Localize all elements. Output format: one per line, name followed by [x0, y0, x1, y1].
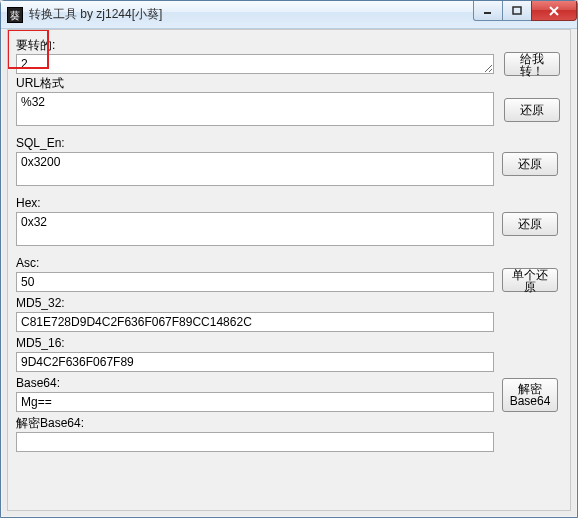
minimize-button[interactable]: [473, 1, 503, 21]
titlebar[interactable]: 葵 转换工具 by zj1244[小葵]: [1, 1, 577, 29]
label-hex: Hex:: [16, 196, 494, 210]
decrypt-base64-button[interactable]: 解密 Base64: [502, 378, 558, 412]
window-controls: [474, 1, 577, 21]
convert-button[interactable]: 给我转！: [504, 52, 560, 76]
restore-sql-button[interactable]: 还原: [502, 152, 558, 176]
input-field[interactable]: [16, 54, 494, 74]
label-sql-en: SQL_En:: [16, 136, 494, 150]
restore-url-button[interactable]: 还原: [504, 98, 560, 122]
svg-rect-1: [513, 7, 521, 14]
app-window: 葵 转换工具 by zj1244[小葵] 要转的: URL格式 给我转！: [0, 0, 578, 518]
decode-base64-field[interactable]: [16, 432, 494, 452]
label-asc: Asc:: [16, 256, 494, 270]
svg-line-3: [550, 7, 558, 15]
svg-line-2: [550, 7, 558, 15]
maximize-button[interactable]: [502, 1, 532, 21]
base64-field[interactable]: [16, 392, 494, 412]
app-icon: 葵: [7, 7, 23, 23]
sql-en-field[interactable]: [16, 152, 494, 186]
client-area: 要转的: URL格式 给我转！ 还原 SQL_En: 还原: [7, 29, 571, 511]
restore-hex-button[interactable]: 还原: [502, 212, 558, 236]
asc-field[interactable]: [16, 272, 494, 292]
label-input: 要转的:: [16, 38, 494, 52]
md5-32-field[interactable]: [16, 312, 494, 332]
md5-16-field[interactable]: [16, 352, 494, 372]
label-url: URL格式: [16, 76, 494, 90]
label-md5-32: MD5_32:: [16, 296, 494, 310]
single-restore-button[interactable]: 单个还原: [502, 268, 558, 292]
label-decode-base64: 解密Base64:: [16, 416, 494, 430]
hex-field[interactable]: [16, 212, 494, 246]
label-base64: Base64:: [16, 376, 494, 390]
url-field[interactable]: [16, 92, 494, 126]
label-md5-16: MD5_16:: [16, 336, 494, 350]
close-button[interactable]: [531, 1, 577, 21]
